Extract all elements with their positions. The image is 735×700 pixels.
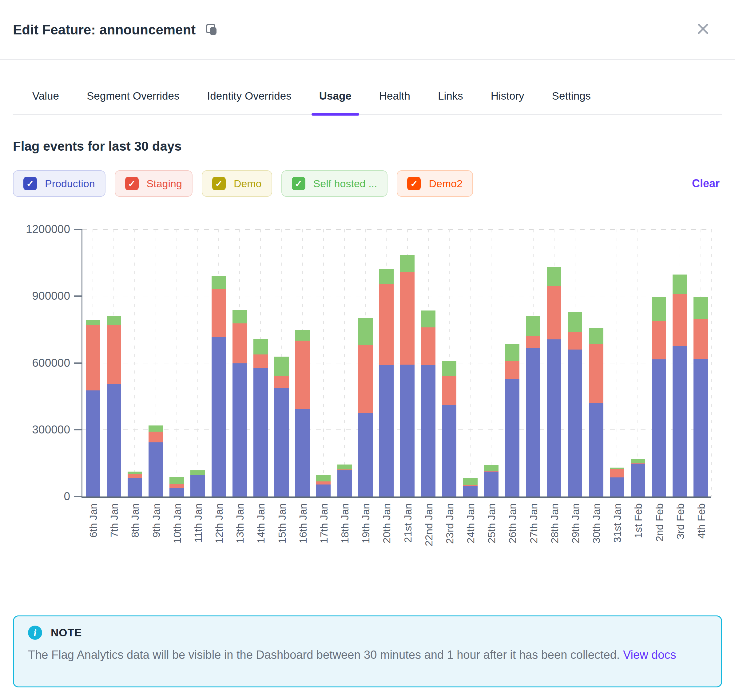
checkbox-icon[interactable]: ✓	[407, 177, 421, 190]
bar-segment-self-hosted	[253, 339, 268, 354]
copy-icon[interactable]	[206, 24, 218, 36]
x-axis-label: 4th Feb	[695, 503, 707, 538]
bar-segment-staging	[149, 432, 163, 443]
tab-identity-overrides[interactable]: Identity Overrides	[199, 90, 299, 102]
x-axis-label: 24th Jan	[465, 503, 476, 543]
bar-segment-staging	[337, 469, 352, 470]
checkbox-icon[interactable]: ✓	[292, 177, 305, 190]
bar-segment-production	[421, 365, 436, 497]
bar-segment-production	[379, 365, 394, 497]
checkbox-icon[interactable]: ✓	[125, 177, 139, 190]
bar-segment-production	[610, 478, 624, 497]
bar-segment-self-hosted	[274, 357, 289, 376]
section-heading: Flag events for last 30 days	[13, 139, 182, 154]
bar-segment-self-hosted	[484, 465, 498, 471]
gridline	[711, 229, 711, 497]
bar-segment-self-hosted	[107, 316, 121, 325]
checkbox-icon[interactable]: ✓	[24, 177, 37, 190]
filter-demo[interactable]: ✓Demo	[202, 170, 272, 197]
y-axis-tick	[74, 229, 81, 230]
filter-demo2[interactable]: ✓Demo2	[397, 170, 473, 197]
environment-filters: ✓Production✓Staging✓Demo✓Self hosted ...…	[13, 170, 720, 197]
bar-segment-self-hosted	[86, 320, 100, 325]
x-axis-label: 18th Jan	[339, 503, 351, 543]
y-axis-label: 0	[0, 490, 70, 503]
x-axis-label: 16th Jan	[297, 503, 309, 543]
bar-segment-self-hosted	[337, 465, 352, 470]
bar-segment-staging	[631, 463, 645, 463]
filter-label: Staging	[147, 178, 182, 190]
x-axis-label: 9th Jan	[150, 503, 162, 538]
filter-production[interactable]: ✓Production	[13, 170, 106, 197]
bar-segment-staging	[128, 474, 142, 478]
checkbox-icon[interactable]: ✓	[212, 177, 226, 190]
bar-segment-self-hosted	[295, 330, 310, 341]
bar-segment-production	[442, 405, 457, 497]
view-docs-link[interactable]: View docs	[623, 649, 676, 661]
tab-segment-overrides[interactable]: Segment Overrides	[79, 90, 187, 102]
bar-segment-self-hosted	[358, 318, 373, 345]
bar-segment-staging	[358, 345, 373, 413]
tab-settings[interactable]: Settings	[544, 90, 598, 102]
bar-segment-self-hosted	[610, 468, 624, 469]
tab-health[interactable]: Health	[371, 90, 418, 102]
filter-label: Demo2	[429, 178, 463, 190]
tab-links[interactable]: Links	[430, 90, 471, 102]
bar-segment-staging	[673, 294, 687, 346]
x-axis-label: 21st Jan	[402, 503, 414, 543]
bar-segment-staging	[316, 481, 331, 484]
gridline	[344, 229, 345, 497]
bar-segment-staging	[547, 286, 561, 340]
gridline	[323, 229, 324, 497]
bar-segment-staging	[610, 469, 624, 478]
bar-segment-self-hosted	[212, 276, 226, 289]
filter-staging[interactable]: ✓Staging	[115, 170, 193, 197]
bar-segment-production	[128, 478, 142, 497]
bar-segment-staging	[379, 284, 394, 365]
note-text: The Flag Analytics data will be visible …	[28, 646, 707, 664]
tab-value[interactable]: Value	[25, 90, 67, 102]
y-axis-label: 1200000	[0, 223, 70, 236]
clear-filters-link[interactable]: Clear	[692, 177, 720, 190]
bar-segment-production	[631, 463, 645, 497]
bar-segment-production	[547, 340, 561, 497]
bar-segment-production	[358, 413, 373, 497]
filter-self-hosted[interactable]: ✓Self hosted ...	[281, 170, 388, 197]
bar-segment-staging	[295, 341, 310, 409]
page-title: Edit Feature: announcement	[13, 22, 196, 38]
bar-segment-self-hosted	[128, 472, 142, 474]
tab-history[interactable]: History	[483, 90, 532, 102]
bar-segment-self-hosted	[379, 269, 394, 284]
y-axis-label: 900000	[0, 290, 70, 303]
bar-segment-staging	[463, 485, 477, 485]
bar-segment-staging	[400, 272, 415, 365]
y-axis-label: 600000	[0, 357, 70, 369]
bar-segment-production	[589, 403, 603, 497]
bar-segment-self-hosted	[505, 344, 519, 362]
bar-segment-self-hosted	[190, 471, 205, 475]
bar-segment-staging	[526, 336, 541, 348]
gridline	[470, 229, 470, 497]
note-title: NOTE	[51, 626, 82, 639]
bar-segment-production	[233, 363, 247, 497]
bar-segment-production	[463, 486, 477, 497]
close-icon[interactable]	[694, 20, 711, 38]
bar-segment-production	[526, 348, 541, 497]
bar-segment-staging	[505, 361, 519, 379]
bar-segment-self-hosted	[526, 316, 541, 336]
bar-segment-production	[652, 359, 666, 497]
x-axis-label: 27th Jan	[528, 503, 539, 543]
x-axis-label: 26th Jan	[507, 503, 518, 543]
tab-usage[interactable]: Usage	[312, 90, 359, 102]
x-axis-label: 29th Jan	[570, 503, 581, 543]
x-axis-label: 25th Jan	[486, 503, 497, 543]
bar-segment-production	[169, 488, 184, 497]
x-axis-label: 28th Jan	[549, 503, 560, 543]
bar-segment-self-hosted	[547, 267, 561, 286]
y-axis-tick	[74, 496, 81, 497]
y-axis-label: 300000	[0, 423, 70, 436]
gridline	[177, 229, 177, 497]
bar-segment-staging	[169, 484, 184, 488]
filter-label: Self hosted ...	[314, 178, 377, 190]
bar-segment-staging	[233, 324, 247, 363]
